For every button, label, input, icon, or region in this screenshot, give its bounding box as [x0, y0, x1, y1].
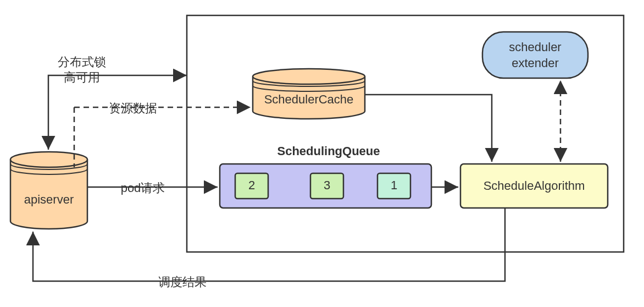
arrow-cache-to-algorithm	[365, 95, 492, 162]
queue-item-1-label: 1	[377, 178, 410, 193]
resource-data-label: 资源数据	[106, 100, 160, 117]
apiserver-label: apiserver	[13, 193, 85, 207]
schedule-result-label: 调度结果	[155, 274, 210, 290]
distributed-lock-label: 分布式锁	[54, 54, 109, 70]
schedule-algorithm-label: ScheduleAlgorithm	[460, 179, 608, 193]
svg-point-0	[10, 152, 87, 167]
high-availability-label: 高可用	[54, 69, 109, 86]
apiserver-cylinder	[10, 152, 87, 229]
svg-point-1	[253, 69, 365, 84]
arrow-schedule-result	[33, 209, 505, 281]
queue-item-3-label: 3	[310, 178, 343, 193]
scheduler-cache-label: SchedulerCache	[254, 92, 364, 107]
scheduling-queue-label: SchedulingQueue	[274, 144, 384, 158]
pod-request-label: pod请求	[115, 180, 170, 196]
queue-item-2-label: 2	[235, 178, 268, 193]
arrow-resource-data	[74, 107, 251, 167]
scheduler-extender-label: scheduler extender	[482, 40, 588, 71]
